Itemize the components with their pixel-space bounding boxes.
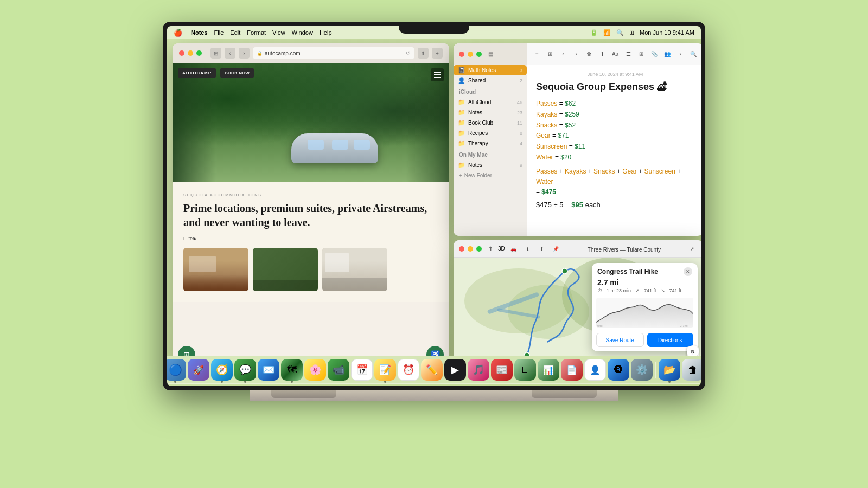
book-now-button[interactable]: BOOK NOW: [220, 68, 254, 78]
maps-close-btn[interactable]: [459, 246, 464, 252]
safari-back-btn[interactable]: ‹: [225, 48, 235, 59]
window-menu[interactable]: Window: [292, 29, 313, 36]
file-menu[interactable]: File: [214, 29, 224, 36]
safari-hero-image: AUTOCAMP BOOK NOW: [173, 63, 449, 182]
notes-folder-recipes[interactable]: 📁 Recipes 8: [454, 128, 527, 138]
notes-more-btn[interactable]: ›: [675, 49, 686, 60]
dock-contacts-icon[interactable]: 👤: [584, 359, 606, 381]
screen-mirror-button[interactable]: ⊞: [178, 346, 195, 356]
notes-search-btn[interactable]: 🔍: [688, 49, 699, 60]
notes-list-view-btn[interactable]: ≡: [532, 49, 542, 60]
dock-news-icon[interactable]: 📰: [491, 359, 513, 381]
dock-safari-icon[interactable]: 🧭: [211, 359, 233, 381]
dock-facetime-icon[interactable]: 📹: [328, 359, 349, 381]
maps-3d-btn[interactable]: 3D: [498, 246, 505, 252]
notes-share-btn[interactable]: ⬆: [597, 49, 608, 60]
elevation-loss: 741 ft: [669, 288, 682, 293]
filter-link[interactable]: Filter▸: [183, 236, 438, 241]
property-thumb-1[interactable]: [183, 248, 248, 291]
notes-collab-btn[interactable]: 👥: [662, 49, 673, 60]
notes-icon: 📁: [458, 109, 465, 116]
dock-freeform-icon[interactable]: ✏️: [421, 359, 443, 381]
view-menu[interactable]: View: [272, 29, 285, 36]
snacks-label: Snacks: [536, 121, 557, 129]
property-thumb-2[interactable]: [253, 248, 318, 291]
search-icon[interactable]: 🔍: [616, 29, 624, 36]
dock-reminders-icon[interactable]: ⏰: [398, 359, 419, 381]
maps-share-btn[interactable]: ⬆: [537, 243, 547, 254]
notes-gallery-view-btn[interactable]: ⊞: [545, 49, 556, 60]
expense-sum-line: Passes + Kayaks + Snacks + Gear + Sunscr…: [536, 166, 694, 198]
dock-photos-icon[interactable]: 🌸: [304, 359, 326, 381]
dock-pages-icon[interactable]: 📄: [561, 359, 583, 381]
notes-font-btn[interactable]: Aa: [610, 49, 621, 60]
dock-trash-icon[interactable]: 🗑: [682, 359, 701, 381]
safari-url-bar[interactable]: 🔒 autocamp.com ↺: [253, 47, 414, 59]
notes-delete-btn[interactable]: 🗑: [584, 49, 595, 60]
notes-folder-all-icloud[interactable]: 📁 All iCloud 46: [454, 97, 527, 107]
tree-left: [173, 63, 216, 182]
notes-format-btn[interactable]: ☰: [623, 49, 634, 60]
hamburger-menu[interactable]: [431, 68, 444, 81]
dock-notes2-icon[interactable]: 🗒: [514, 359, 536, 381]
kayaks-eq: =: [559, 111, 565, 118]
notes-table-btn[interactable]: ⊞: [636, 49, 647, 60]
dock-notes-icon[interactable]: 📝: [374, 359, 396, 381]
apple-menu[interactable]: 🍎: [174, 29, 182, 37]
kayaks-sum: Kayaks: [565, 168, 586, 175]
safari-maximize-btn[interactable]: [196, 50, 202, 56]
dock-calendar-icon[interactable]: 📅: [351, 359, 373, 381]
dock-mail-icon[interactable]: ✉️: [258, 359, 279, 381]
safari-close-btn[interactable]: [179, 50, 184, 56]
new-folder-button[interactable]: + New Folder: [454, 170, 527, 181]
safari-forward-btn[interactable]: ›: [239, 48, 250, 59]
notes-folder-local[interactable]: 📁 Notes 9: [454, 160, 527, 170]
accessibility-button[interactable]: ♿: [426, 346, 444, 356]
control-center-icon[interactable]: ⊞: [629, 29, 634, 36]
directions-button[interactable]: Directions: [647, 333, 694, 347]
dock-maps-icon[interactable]: 🗺: [281, 359, 303, 381]
dock-messages-icon[interactable]: 💬: [234, 359, 256, 381]
format-menu[interactable]: Format: [247, 29, 266, 36]
reminders-emoji: ⏰: [403, 364, 414, 376]
dock-music-icon[interactable]: 🎵: [468, 359, 489, 381]
notes-folder-notes[interactable]: 📁 Notes 23: [454, 107, 527, 118]
north-compass[interactable]: N: [687, 345, 699, 356]
dock-settings-icon[interactable]: ⚙️: [631, 359, 653, 381]
hike-card-close[interactable]: ✕: [684, 267, 692, 276]
app-name-menu[interactable]: Notes: [191, 29, 208, 36]
safari-tab-grid[interactable]: ⊞: [210, 48, 221, 59]
safari-minimize-btn[interactable]: [188, 50, 193, 56]
maps-expand-btn[interactable]: ⤢: [687, 243, 698, 254]
dock-appstore-icon[interactable]: 🅐: [608, 359, 629, 381]
notes-folder-shared[interactable]: 👤 Shared 2: [454, 75, 527, 86]
property-thumb-3[interactable]: [322, 248, 387, 291]
dock-numbers-icon[interactable]: 📊: [538, 359, 559, 381]
help-menu[interactable]: Help: [320, 29, 332, 36]
dock-folder-icon[interactable]: 📂: [659, 359, 680, 381]
dock-appletv-icon[interactable]: ▶: [444, 359, 466, 381]
notes-nav-forward-btn[interactable]: ›: [571, 49, 582, 60]
dock-launchpad-icon[interactable]: 🚀: [188, 359, 209, 381]
maps-maximize-btn[interactable]: [476, 246, 482, 252]
maps-minimize-btn[interactable]: [468, 246, 473, 252]
maps-info-btn[interactable]: ℹ: [522, 243, 533, 254]
calendar-emoji: 📅: [356, 364, 368, 376]
notes-minimize-btn[interactable]: [468, 52, 473, 57]
refresh-icon[interactable]: ↺: [406, 50, 410, 56]
save-route-button[interactable]: Save Route: [596, 333, 644, 347]
maps-traffic-btn[interactable]: 🚗: [508, 243, 519, 254]
safari-share-btn[interactable]: ⬆: [418, 48, 429, 59]
notes-maximize-btn[interactable]: [476, 52, 482, 57]
notes-folder-bookclub[interactable]: 📁 Book Club 11: [454, 118, 527, 128]
notes-folder-therapy[interactable]: 📁 Therapy 4: [454, 138, 527, 149]
notes-sidebar-toggle[interactable]: ▤: [485, 49, 496, 60]
dock-finder-icon[interactable]: 🔵: [167, 359, 186, 381]
edit-menu[interactable]: Edit: [230, 29, 240, 36]
notes-nav-back-btn[interactable]: ‹: [558, 49, 569, 60]
safari-add-btn[interactable]: +: [432, 48, 443, 59]
maps-pin-btn[interactable]: 📌: [551, 243, 561, 254]
notes-close-btn[interactable]: [459, 52, 464, 57]
notes-folder-math[interactable]: 📓 Math Notes 3: [454, 65, 527, 75]
notes-attachment-btn[interactable]: 📎: [649, 49, 660, 60]
